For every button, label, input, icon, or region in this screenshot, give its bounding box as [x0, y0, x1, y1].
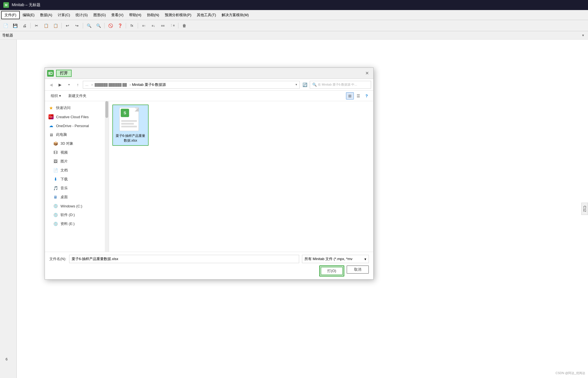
menu-stats[interactable]: 统计(S)	[73, 11, 90, 19]
menu-assist[interactable]: 协助(N)	[144, 11, 162, 19]
toolbar-help[interactable]: ❓	[115, 22, 124, 30]
menu-file[interactable]: 文件(F)	[1, 11, 20, 19]
sidebar-scrollbar[interactable]	[105, 101, 109, 252]
toolbar-b1[interactable]: ≡↑	[139, 22, 148, 30]
sidebar-item-onedrive[interactable]: ☁ OneDrive - Personal	[45, 121, 109, 130]
navigator-bar: 导航器 ▾	[0, 31, 588, 40]
view-details-button[interactable]: ☰	[354, 92, 362, 100]
drive-e-icon: 💿	[53, 221, 58, 227]
file-line-2	[121, 123, 134, 125]
sidebar-item-3d[interactable]: 📦 3D 对象	[45, 139, 109, 148]
navigator-expand-btn[interactable]: ▾	[580, 33, 586, 38]
breadcrumb-path: ██████ ██████ ██	[94, 83, 128, 86]
sidebar-item-music[interactable]: 🎵 音乐	[45, 184, 109, 193]
toolbar-find[interactable]: 🔍	[84, 22, 93, 30]
sidebar-item-quickaccess[interactable]: ★ 快速访问	[45, 103, 109, 112]
dialog-body: ★ 快速访问 Cc Creative Cloud Files	[45, 101, 373, 252]
sidebar-computer-label: 此电脑	[56, 132, 105, 137]
sidebar-item-computer[interactable]: 🖥 此电脑	[45, 130, 109, 139]
sidebar-item-desktop[interactable]: 🖥 桌面	[45, 193, 109, 202]
doc-icon: 📄	[53, 168, 58, 173]
sidebar-item-doc[interactable]: 📄 文档	[45, 166, 109, 175]
sidebar-download-label: 下载	[61, 177, 105, 182]
sidebar-video-label: 视频	[61, 150, 105, 155]
toolbar-redo[interactable]: ↪	[72, 22, 81, 30]
menu-graph[interactable]: 图形(G)	[91, 11, 109, 19]
search-box[interactable]: 🔍 在 Minitab 栗子6-数据源 中...	[310, 81, 371, 89]
dialog-files-area: S 栗子6-抽样产品重量数据.xlsx	[109, 101, 373, 252]
toolbar-copy[interactable]: 📋	[42, 22, 50, 30]
nav-up-button[interactable]: ↑	[74, 81, 82, 88]
sidebar-item-drive-c[interactable]: 💿 Windows (C:)	[45, 202, 109, 210]
toolbar-sep2	[61, 23, 62, 28]
address-breadcrumb[interactable]: ... › ██████ ██████ ██ › Minitab 栗子6-数据源…	[83, 81, 300, 89]
desktop-icon: 🖥	[53, 194, 58, 200]
toolbar-find2[interactable]: 🔍	[94, 22, 103, 30]
view-large-icons-button[interactable]: ⊞	[346, 92, 354, 100]
breadcrumb-sep2: ›	[130, 83, 131, 87]
toolbar-cut[interactable]: ✂	[32, 22, 41, 30]
sidebar-item-drive-d[interactable]: 💿 软件 (D:)	[45, 210, 109, 219]
toolbar-erase[interactable]: 🗑	[180, 22, 189, 30]
file-item-xlsx[interactable]: S 栗子6-抽样产品重量数据.xlsx	[112, 105, 149, 146]
toolbar-b3[interactable]: ≡≡	[158, 22, 167, 30]
menu-view[interactable]: 查看(V)	[108, 11, 126, 19]
sidebar-item-download[interactable]: ⬇ 下载	[45, 175, 109, 184]
search-icon: 🔍	[312, 83, 317, 87]
toolbar-paste[interactable]: 📋	[51, 22, 60, 30]
open-file-dialog: 打开 ✕ ◀ ▶ ▾ ↑ ... › ██████ ██████ ██ › Mi…	[45, 67, 374, 280]
sidebar-drive-c-label: Windows (C:)	[61, 204, 105, 208]
onedrive-icon: ☁	[48, 123, 54, 129]
open-button[interactable]: 打(O)	[321, 267, 343, 275]
toolbar-print[interactable]: 🖨	[20, 22, 29, 30]
sidebar-item-creative-cloud[interactable]: Cc Creative Cloud Files	[45, 112, 109, 121]
cancel-button[interactable]: 取消	[347, 265, 369, 274]
toolbar-fx[interactable]: fx	[127, 22, 136, 30]
sidebar-3d-label: 3D 对象	[61, 141, 105, 146]
filetype-label: 所有 Minitab 文件 (*.mpx, *mv	[304, 256, 352, 261]
toolbar-sep7	[178, 23, 178, 28]
toolbar-save[interactable]: 💾	[11, 22, 20, 30]
address-refresh-button[interactable]: 🔄	[301, 81, 309, 88]
toolbar-undo[interactable]: ↩	[63, 22, 72, 30]
sidebar-desktop-label: 桌面	[61, 195, 105, 200]
breadcrumb-dropdown-arrow[interactable]: ▾	[296, 83, 297, 86]
menu-tools[interactable]: 其他工具(T)	[194, 11, 219, 19]
toolbar-new[interactable]: 📄	[1, 22, 10, 30]
file-name-label: 栗子6-抽样产品重量数据.xlsx	[115, 134, 146, 143]
menu-predict[interactable]: 预测分析模块(P)	[162, 11, 194, 19]
new-folder-button[interactable]: 新建文件夹	[65, 92, 89, 100]
main-toolbar: 📄 💾 🖨 ✂ 📋 📋 ↩ ↪ 🔍 🔍 🚫 ❓ fx ≡↑ ≡↓ ≡≡ ⋮≡ 🗑	[0, 20, 588, 31]
toolbar-b2[interactable]: ≡↓	[149, 22, 158, 30]
nav-back-button[interactable]: ◀	[47, 81, 55, 88]
sidebar-scroll-thumb[interactable]	[105, 101, 108, 118]
file-icon-container: S	[119, 107, 142, 132]
main-area: 6 C12 CSDN @阿达_优阅达 打开 ✕ ◀ ▶	[0, 40, 588, 378]
menu-calc[interactable]: 计算(C)	[55, 11, 73, 19]
nav-forward-button[interactable]: ▶	[56, 81, 64, 88]
menu-data[interactable]: 数据(A)	[37, 11, 55, 19]
file-icon-paper: S	[119, 107, 139, 131]
breadcrumb-sep1: ›	[91, 83, 93, 87]
menu-help[interactable]: 帮助(H)	[126, 11, 144, 19]
file-type-badge: S	[121, 109, 129, 117]
navigator-label: 导航器	[2, 33, 13, 38]
sidebar-onedrive-label: OneDrive - Personal	[56, 124, 105, 128]
menu-solution[interactable]: 解决方案模块(M)	[219, 11, 252, 19]
organize-button[interactable]: 组织 ▾	[48, 92, 64, 100]
toolbar-b4[interactable]: ⋮≡	[168, 22, 177, 30]
filetype-dropdown-arrow: ▾	[364, 257, 366, 261]
nav-dropdown-button[interactable]: ▾	[65, 81, 73, 88]
open-button-wrapper: 打(O)	[319, 265, 344, 277]
sidebar-item-drive-e[interactable]: 💿 资料 (E:)	[45, 219, 109, 228]
menu-edit[interactable]: 编辑(E)	[20, 11, 37, 19]
view-help-button[interactable]: ?	[363, 92, 371, 100]
toolbar-stop[interactable]: 🚫	[106, 22, 115, 30]
sidebar-item-image[interactable]: 🖼 图片	[45, 157, 109, 166]
sidebar-item-video[interactable]: 🎞 视频	[45, 148, 109, 157]
dialog-close-button[interactable]: ✕	[363, 69, 371, 77]
quickaccess-icon: ★	[48, 105, 54, 111]
filename-input[interactable]	[69, 255, 299, 263]
sidebar-music-label: 音乐	[61, 186, 105, 191]
filetype-select[interactable]: 所有 Minitab 文件 (*.mpx, *mv ▾	[302, 255, 369, 263]
